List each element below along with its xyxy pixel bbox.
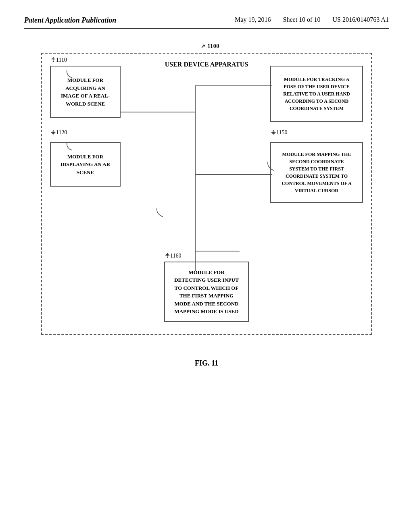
sheet-info: Sheet 10 of 10 xyxy=(283,16,321,23)
outer-dashed-box: ↗ 1100 USER DEVICE APPARATUS xyxy=(41,53,372,335)
module-1140-wrapper: MODULE FOR TRACKING A POSE OF THE USER D… xyxy=(270,66,363,122)
diagram-area: ↗ 1100 USER DEVICE APPARATUS xyxy=(24,53,389,335)
figure-caption: FIG. 11 xyxy=(24,359,389,368)
page: Patent Application Publication May 19, 2… xyxy=(0,0,413,532)
outer-box-label: ↗ 1100 xyxy=(201,42,219,50)
patent-number: US 2016/0140763 A1 xyxy=(332,16,389,23)
module-1120: MODULE FOR DISPLAYING AN AR SCENE xyxy=(50,142,121,187)
module-1160-inner: ⸎1160 MODULE FOR DETECTING USER INPUT TO… xyxy=(164,262,249,322)
outer-ref-number: 1100 xyxy=(207,43,219,49)
header: Patent Application Publication May 19, 2… xyxy=(24,16,389,29)
ref-1160: ⸎1160 xyxy=(165,253,181,259)
ref-1120: ⸎1120 xyxy=(51,129,67,136)
module-1140-text: MODULE FOR TRACKING A POSE OF THE USER D… xyxy=(283,76,350,112)
module-1120-text: MODULE FOR DISPLAYING AN AR SCENE xyxy=(60,153,110,177)
right-column: MODULE FOR TRACKING A POSE OF THE USER D… xyxy=(270,66,363,203)
module-1160-wrapper: ⸎1160 MODULE FOR DETECTING USER INPUT TO… xyxy=(164,262,249,322)
pub-date: May 19, 2016 xyxy=(235,16,271,23)
module-1150: MODULE FOR MAPPING THE SECOND COORDINATE… xyxy=(270,142,363,203)
header-right: May 19, 2016 Sheet 10 of 10 US 2016/0140… xyxy=(235,16,389,23)
module-1140: MODULE FOR TRACKING A POSE OF THE USER D… xyxy=(270,66,363,122)
module-1150-wrapper: ⸎1150 MODULE FOR MAPPING THE SECOND COOR… xyxy=(270,138,363,203)
module-1120-wrapper: ⸎1120 MODULE FOR DISPLAYING AN AR SCENE xyxy=(50,138,121,187)
outer-box-title: USER DEVICE APPARATUS xyxy=(165,61,248,68)
ref-1150: ⸎1150 xyxy=(271,129,287,136)
ref-1110: ⸎1110 xyxy=(51,57,67,63)
module-1110-wrapper: ⸎1110 MODULE FOR ACQUIRING AN IMAGE OF A… xyxy=(50,66,121,118)
module-1160: MODULE FOR DETECTING USER INPUT TO CONTR… xyxy=(164,262,249,322)
module-1110-text: MODULE FOR ACQUIRING AN IMAGE OF A REAL-… xyxy=(61,76,110,108)
module-1110: MODULE FOR ACQUIRING AN IMAGE OF A REAL-… xyxy=(50,66,121,118)
figure-label: FIG. 11 xyxy=(195,359,218,367)
publication-label: Patent Application Publication xyxy=(24,16,116,25)
pub-info: May 19, 2016 Sheet 10 of 10 US 2016/0140… xyxy=(235,16,389,23)
left-column: ⸎1110 MODULE FOR ACQUIRING AN IMAGE OF A… xyxy=(50,66,121,187)
module-1150-text: MODULE FOR MAPPING THE SECOND COORDINATE… xyxy=(282,151,351,194)
module-1160-text: MODULE FOR DETECTING USER INPUT TO CONTR… xyxy=(174,268,239,316)
